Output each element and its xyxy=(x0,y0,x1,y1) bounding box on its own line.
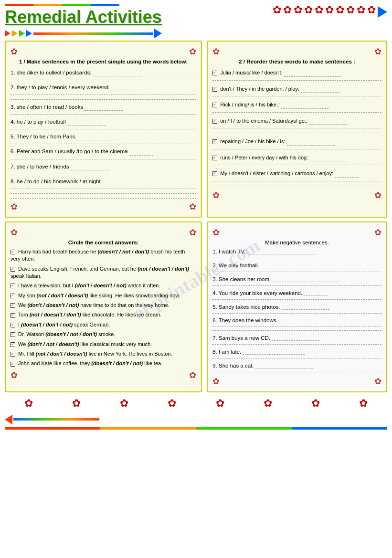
panel4-corner-top xyxy=(212,227,381,238)
s2-item-1-text: Julia / music/ like / doesn't: xyxy=(220,70,341,75)
bottom-flower-1: ✿ xyxy=(24,397,33,410)
panel2-corner-bottom xyxy=(212,190,381,200)
flower-icon-8: ✿ xyxy=(346,4,355,18)
checkbox-1 xyxy=(212,71,217,75)
s3-item-6: Tom (not / doesn't / don't) like chocola… xyxy=(11,311,196,318)
s3-item-4: My son (not / don't / doesn't) like skii… xyxy=(11,292,196,299)
s3-cb-9 xyxy=(11,342,15,347)
corner-flower3-tl xyxy=(11,227,18,238)
main-content: 1 / Make sentences in the present simple… xyxy=(0,38,392,395)
flower-icon-7: ✿ xyxy=(336,4,344,18)
corner-flower-br xyxy=(189,201,196,212)
s3-cb-1 xyxy=(11,250,15,254)
corner-flower3-bl xyxy=(11,370,18,380)
flower-icon-9: ✿ xyxy=(357,4,365,18)
s1-item-5: 5. They / to be / from Paris xyxy=(11,132,196,144)
corner-flower-tl xyxy=(11,46,18,57)
page-header: Remedial Activities ✿ ✿ ✿ ✿ ✿ ✿ ✿ ✿ ✿ ✿ xyxy=(0,0,392,38)
s3-item-4-bold: (not / don't / doesn't) xyxy=(37,293,88,298)
s3-item-11: John and Kate like coffee, they (doesn't… xyxy=(11,360,196,367)
s3-item-2: Dave speaks English, French, and German,… xyxy=(11,265,196,280)
s4-item-1-text: I watch TV.: xyxy=(219,249,316,254)
bottom-row: Circle the correct answers: Harry has ba… xyxy=(5,221,387,392)
s4-item-4: 4. You ride your bike every weekend. xyxy=(212,290,381,300)
section4-title: Make negative sentences. xyxy=(212,240,381,245)
s1-item-6-text: Peter and Sam / usually /to go / to the … xyxy=(17,148,153,154)
s3-item-11-bold: (doesn't / don't / not) xyxy=(91,360,143,366)
checkbox-2 xyxy=(212,87,217,92)
s1-item-1: 1. she /like/ to collect / postcards: xyxy=(11,68,196,80)
bottom-flower-7: ✿ xyxy=(311,397,320,410)
s3-item-11-post: like tea. xyxy=(143,360,162,366)
s3-item-6-post: like chocolate. He likes ice cream. xyxy=(81,312,162,317)
s4-item-3: 3. She cleans her room. xyxy=(212,276,381,286)
panel1-corner-bottom xyxy=(11,201,196,212)
bottom-section: ✿ ✿ ✿ ✿ ✿ ✿ ✿ ✿ xyxy=(0,395,392,434)
s2-item-4-text: on / I / to the cinema / Saturdays/ go.: xyxy=(220,118,347,124)
s4-item-5-text: Sandy takes nice photos. xyxy=(219,304,329,310)
s3-item-11-pre: John and Kate like coffee, they xyxy=(18,360,91,366)
s3-cb-7 xyxy=(11,323,15,327)
s3-item-9-pre: We xyxy=(18,341,27,347)
s1-item-3: 3. she / often / to read / books xyxy=(11,103,196,115)
s4-item-6: 6. They open the windows. xyxy=(212,317,381,331)
s3-item-6-bold: (not / doesn't / don't) xyxy=(30,312,81,317)
corner-flower4-bl xyxy=(212,376,220,387)
panel2-corner-top xyxy=(212,46,381,57)
s3-item-5-post: have time to do that on the way home. xyxy=(79,302,170,308)
corner-flower-bl xyxy=(11,201,18,212)
section2-panel: 2 / Reorder these words to make sentence… xyxy=(207,41,387,218)
s3-item-7-post: speak German. xyxy=(73,322,110,327)
s2-item-7: My / doesn't / sister / watching / carto… xyxy=(212,169,381,186)
flower-icon-1: ✿ xyxy=(273,4,281,18)
s3-item-3-bold: (don't / doesn't / not) xyxy=(75,283,127,288)
s1-item-4-text: he / to play / football xyxy=(17,119,66,125)
bottom-flower-2: ✿ xyxy=(72,397,81,410)
panel1-corner-top xyxy=(11,46,196,57)
s3-item-9: We (don't / not / doesn't) like classica… xyxy=(11,341,196,348)
s3-cb-10 xyxy=(11,352,15,357)
s3-item-9-post: like classical music very much. xyxy=(79,341,152,347)
s3-item-5: We (don't / doesn't / not) have time to … xyxy=(11,302,196,309)
flower-icon-4: ✿ xyxy=(304,4,313,18)
section3-panel: Circle the correct answers: Harry has ba… xyxy=(5,221,202,392)
s1-item-8-text: he / to do / his homework / at night xyxy=(17,179,126,184)
bottom-flowers: ✿ ✿ ✿ ✿ ✿ ✿ ✿ ✿ xyxy=(5,395,387,412)
bottom-flower-8: ✿ xyxy=(359,397,368,410)
corner-flower2-tr xyxy=(374,46,381,57)
s3-cb-4 xyxy=(11,294,15,298)
s4-item-8: 8. I am late. xyxy=(212,348,381,358)
flower-icon-10: ✿ xyxy=(367,4,376,18)
s4-item-6-text: They open the windows. xyxy=(219,317,278,323)
s1-item-7-text: she / to have / friends xyxy=(17,164,69,169)
s3-item-3-pre: I have a television, but I xyxy=(18,283,75,288)
s3-item-8: Dr. Watson (doesn't / not / don't) smoke… xyxy=(11,331,196,338)
s2-item-6: runs / Peter / every day / with his dog: xyxy=(212,153,381,166)
s2-item-6-text: runs / Peter / every day / with his dog: xyxy=(220,155,348,160)
s1-item-3-text: she / often / to read / books xyxy=(17,104,123,110)
panel3-corner-top xyxy=(11,227,196,238)
s2-item-4: on / I / to the cinema / Saturdays/ go.: xyxy=(212,116,381,134)
section2-title: 2 / Reorder these words to make sentence… xyxy=(212,59,381,64)
panel4-corner-bottom xyxy=(212,376,381,387)
s2-item-1: Julia / music/ like / doesn't: xyxy=(212,68,381,81)
s2-item-3: Rick / riding/ is / his bike.: xyxy=(212,100,381,113)
s3-item-10-pre: Mr. Hill xyxy=(18,351,36,357)
bottom-arrow-strip-left xyxy=(5,415,387,424)
page-title: Remedial Activities xyxy=(5,7,162,27)
s2-item-5: repairing / Joe / his bike / is: xyxy=(212,137,381,149)
panel3-corner-bottom xyxy=(11,370,196,380)
s2-item-7-text: My / doesn't / sister / watching / carto… xyxy=(220,170,359,176)
bottom-flower-5: ✿ xyxy=(216,397,224,410)
s3-item-5-pre: We xyxy=(18,302,27,308)
s1-item-2-text: they / to play / tennis / every weekend xyxy=(17,84,139,90)
s1-item-2: 2. they / to play / tennis / every weeke… xyxy=(11,83,196,100)
bottom-flower-4: ✿ xyxy=(168,397,176,410)
s3-item-8-bold: (doesn't / not / don't) xyxy=(45,331,97,337)
checkbox-7 xyxy=(212,171,217,176)
s4-item-2: 2. We play football. xyxy=(212,262,381,272)
header-flowers: ✿ ✿ ✿ ✿ ✿ ✿ ✿ ✿ ✿ ✿ xyxy=(273,4,387,18)
checkbox-5 xyxy=(212,139,217,144)
s4-item-7: 7. Sam buys a new CD. xyxy=(212,335,381,345)
corner-flower3-br xyxy=(189,370,196,380)
